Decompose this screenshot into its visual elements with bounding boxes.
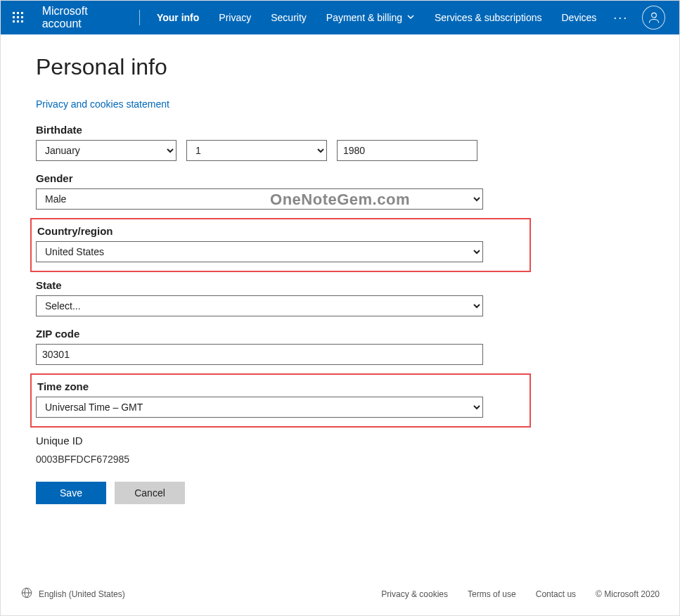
nav-divider — [139, 10, 140, 25]
birthdate-month-select[interactable]: January — [36, 140, 177, 161]
account-avatar-icon[interactable] — [642, 6, 665, 30]
svg-rect-7 — [17, 20, 19, 23]
timezone-highlight-frame: Time zone Universal Time – GMT — [30, 373, 531, 428]
footer-copyright: © Microsoft 2020 — [596, 589, 660, 599]
footer-links: Privacy & cookies Terms of use Contact u… — [381, 589, 660, 599]
globe-icon — [20, 586, 33, 601]
language-label: English (United States) — [39, 589, 125, 599]
country-highlight-frame: Country/region United States — [30, 218, 531, 272]
privacy-cookies-link[interactable]: Privacy and cookies statement — [36, 98, 169, 110]
zip-group: ZIP code — [36, 328, 521, 365]
nav-privacy[interactable]: Privacy — [209, 1, 261, 34]
button-row: Save Cancel — [36, 482, 521, 504]
main-content: Personal info Privacy and cookies statem… — [1, 34, 521, 504]
top-nav: Your info Privacy Security Payment & bil… — [147, 1, 606, 34]
language-selector[interactable]: English (United States) — [20, 586, 125, 601]
nav-security[interactable]: Security — [261, 1, 316, 34]
header-bar: Microsoft account Your info Privacy Secu… — [1, 1, 679, 34]
footer-bar: English (United States) Privacy & cookie… — [1, 586, 679, 601]
uniqueid-label: Unique ID — [36, 435, 521, 447]
nav-label: Security — [271, 12, 307, 23]
birthdate-group: Birthdate January 1 — [36, 124, 521, 161]
svg-rect-5 — [21, 16, 23, 18]
nav-payment-billing[interactable]: Payment & billing — [316, 1, 425, 34]
brand-title[interactable]: Microsoft account — [42, 5, 139, 30]
footer-terms-link[interactable]: Terms of use — [468, 589, 516, 599]
timezone-group: Time zone Universal Time – GMT — [36, 380, 522, 418]
nav-more-icon[interactable]: ··· — [606, 11, 635, 25]
gender-label: Gender — [36, 172, 521, 184]
svg-rect-8 — [21, 20, 23, 23]
birthdate-year-input[interactable] — [337, 140, 477, 161]
nav-label: Devices — [561, 12, 596, 23]
zip-input[interactable] — [36, 344, 483, 365]
cancel-button[interactable]: Cancel — [115, 482, 185, 504]
nav-label: Your info — [157, 12, 199, 23]
uniqueid-value: 0003BFFDCF672985 — [36, 451, 521, 465]
svg-rect-0 — [13, 12, 15, 14]
nav-label: Payment & billing — [326, 12, 402, 23]
uniqueid-group: Unique ID 0003BFFDCF672985 — [36, 435, 521, 465]
nav-services-subscriptions[interactable]: Services & subscriptions — [425, 1, 552, 34]
save-button[interactable]: Save — [36, 482, 106, 504]
country-select[interactable]: United States — [36, 241, 483, 262]
state-group: State Select... — [36, 279, 521, 316]
birthdate-day-select[interactable]: 1 — [186, 140, 327, 161]
nav-label: Services & subscriptions — [435, 12, 542, 23]
timezone-label: Time zone — [37, 380, 522, 392]
svg-rect-3 — [13, 16, 15, 18]
svg-rect-2 — [21, 12, 23, 14]
footer-privacy-link[interactable]: Privacy & cookies — [381, 589, 448, 599]
zip-label: ZIP code — [36, 328, 521, 340]
country-label: Country/region — [37, 225, 522, 237]
state-label: State — [36, 279, 521, 291]
state-select[interactable]: Select... — [36, 295, 483, 316]
app-launcher-icon[interactable] — [8, 6, 30, 29]
gender-group: Gender Male — [36, 172, 521, 210]
chevron-down-icon — [406, 12, 415, 23]
nav-label: Privacy — [219, 12, 251, 23]
timezone-select[interactable]: Universal Time – GMT — [36, 397, 483, 418]
country-group: Country/region United States — [36, 225, 522, 262]
footer-contact-link[interactable]: Contact us — [536, 589, 576, 599]
page-title: Personal info — [36, 54, 521, 80]
nav-your-info[interactable]: Your info — [147, 1, 209, 34]
svg-point-9 — [651, 13, 656, 18]
birthdate-label: Birthdate — [36, 124, 521, 136]
nav-devices[interactable]: Devices — [551, 1, 606, 34]
svg-rect-1 — [17, 12, 19, 14]
svg-rect-6 — [13, 20, 15, 23]
svg-rect-4 — [17, 16, 19, 18]
gender-select[interactable]: Male — [36, 188, 483, 210]
